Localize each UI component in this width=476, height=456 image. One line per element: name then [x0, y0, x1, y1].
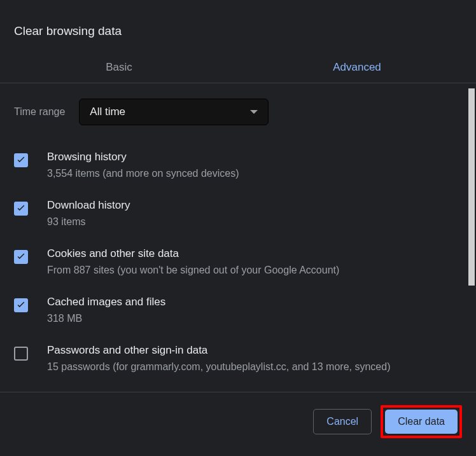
- option-title: Cached images and files: [47, 296, 165, 308]
- checkbox-passwords[interactable]: [14, 347, 28, 361]
- option-sub: 93 items: [47, 214, 130, 230]
- dialog-body: Time range All time Browsing history 3,5…: [0, 83, 476, 392]
- option-download-history: Download history 93 items: [14, 199, 462, 230]
- checkbox-browsing-history[interactable]: [14, 153, 28, 167]
- checkbox-cookies[interactable]: [14, 250, 28, 264]
- option-text: Cookies and other site data From 887 sit…: [47, 247, 339, 278]
- option-cookies: Cookies and other site data From 887 sit…: [14, 247, 462, 278]
- option-text: Download history 93 items: [47, 199, 130, 230]
- time-range-row: Time range All time: [14, 99, 462, 125]
- option-sub: 3,554 items (and more on synced devices): [47, 166, 239, 181]
- option-sub: 15 passwords (for grammarly.com, youtube…: [47, 359, 390, 375]
- option-text: Cached images and files 318 MB: [47, 296, 165, 326]
- clear-data-button[interactable]: Clear data: [385, 410, 458, 434]
- time-range-select[interactable]: All time: [79, 99, 269, 125]
- dialog-title: Clear browsing data: [0, 0, 476, 53]
- option-text: Passwords and other sign-in data 15 pass…: [47, 344, 390, 375]
- clear-browsing-data-dialog: Clear browsing data Basic Advanced Time …: [0, 0, 476, 456]
- chevron-down-icon: [250, 110, 258, 114]
- time-range-value: All time: [90, 106, 125, 118]
- option-sub: From 887 sites (you won't be signed out …: [47, 263, 339, 278]
- tabs: Basic Advanced: [0, 53, 476, 83]
- cancel-button[interactable]: Cancel: [313, 409, 372, 434]
- option-browsing-history: Browsing history 3,554 items (and more o…: [14, 151, 462, 181]
- options-list: Browsing history 3,554 items (and more o…: [14, 151, 462, 375]
- tab-basic[interactable]: Basic: [0, 53, 238, 83]
- check-icon: [15, 203, 27, 214]
- option-title: Passwords and other sign-in data: [47, 344, 390, 357]
- option-text: Browsing history 3,554 items (and more o…: [47, 151, 239, 181]
- check-icon: [15, 155, 27, 166]
- checkbox-download-history[interactable]: [14, 202, 28, 216]
- option-cached: Cached images and files 318 MB: [14, 296, 462, 326]
- check-icon: [15, 251, 27, 263]
- option-title: Browsing history: [47, 151, 239, 163]
- option-title: Download history: [47, 199, 130, 212]
- scrollbar[interactable]: [468, 88, 475, 286]
- scroll-area: Time range All time Browsing history 3,5…: [0, 83, 476, 387]
- check-icon: [15, 300, 27, 311]
- option-passwords: Passwords and other sign-in data 15 pass…: [14, 344, 462, 375]
- option-title: Cookies and other site data: [47, 247, 339, 260]
- time-range-label: Time range: [14, 106, 65, 118]
- checkbox-cached[interactable]: [14, 298, 28, 312]
- dialog-footer: Cancel Clear data: [0, 392, 476, 456]
- tab-advanced[interactable]: Advanced: [238, 53, 476, 83]
- option-sub: 318 MB: [47, 311, 165, 326]
- clear-data-highlight: Clear data: [381, 405, 462, 438]
